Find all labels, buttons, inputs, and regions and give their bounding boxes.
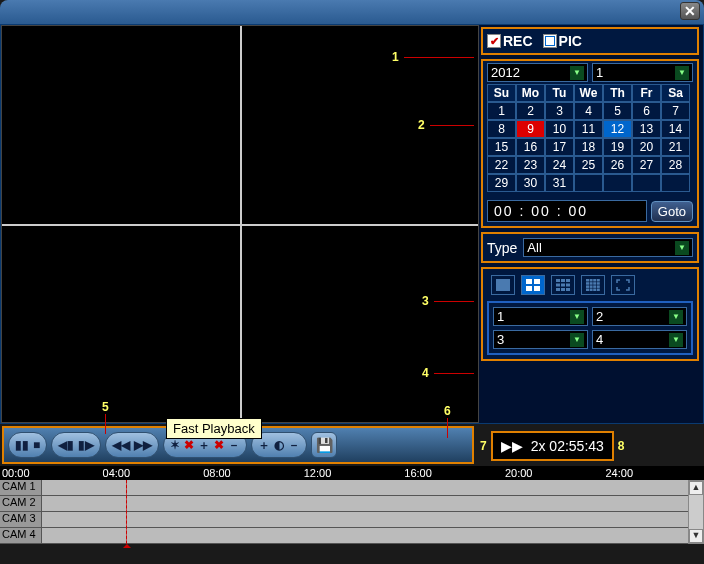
calendar-day[interactable]: 19 <box>603 138 632 156</box>
calendar-day[interactable]: 20 <box>632 138 661 156</box>
smart-cancel-button[interactable]: ✖ <box>184 438 194 452</box>
calendar-day[interactable]: 9 <box>516 120 545 138</box>
annotation-1: 1 <box>392 50 399 64</box>
channel-4-select[interactable]: 4▼ <box>592 330 687 349</box>
calendar-day[interactable]: 17 <box>545 138 574 156</box>
annotation-5: 5 <box>102 400 109 414</box>
svg-rect-4 <box>534 286 540 291</box>
timeline-scrollbar[interactable]: ▲ ▼ <box>688 480 704 544</box>
step-fwd-button[interactable]: ▮▶ <box>78 438 94 452</box>
time-tick: 24:00 <box>603 467 704 479</box>
cam-row[interactable]: CAM 4 <box>0 528 704 544</box>
mark-del-button[interactable]: ✖ <box>214 438 224 452</box>
pause-button[interactable]: ▮▮ <box>15 438 29 452</box>
type-label: Type <box>487 240 517 256</box>
channel-3-select[interactable]: 3▼ <box>493 330 588 349</box>
calendar-day[interactable]: 2 <box>516 102 545 120</box>
cam-row[interactable]: CAM 3 <box>0 512 704 528</box>
zoom-in-button[interactable]: ＋ <box>258 437 270 454</box>
cam-row[interactable]: CAM 1 <box>0 480 704 496</box>
calendar-day[interactable]: 29 <box>487 174 516 192</box>
mark-add-button[interactable]: ＋ <box>198 437 210 454</box>
fast-button[interactable]: ▶▶ <box>134 438 152 452</box>
annotation-8: 8 <box>618 439 625 453</box>
calendar-day[interactable]: 26 <box>603 156 632 174</box>
svg-rect-26 <box>586 289 589 292</box>
mark-remove-button[interactable]: － <box>228 437 240 454</box>
calendar-day[interactable]: 7 <box>661 102 690 120</box>
calendar-day[interactable]: 21 <box>661 138 690 156</box>
calendar-day[interactable]: 16 <box>516 138 545 156</box>
calendar-day[interactable]: 24 <box>545 156 574 174</box>
calendar-day[interactable]: 25 <box>574 156 603 174</box>
chevron-down-icon: ▼ <box>570 333 584 347</box>
channel-1-select[interactable]: 1▼ <box>493 307 588 326</box>
annotation-2: 2 <box>418 118 425 132</box>
rec-checkbox[interactable]: ✔ REC <box>487 33 533 49</box>
scroll-down-icon[interactable]: ▼ <box>689 529 703 543</box>
layout-4-icon[interactable] <box>521 275 545 295</box>
calendar-day[interactable]: 23 <box>516 156 545 174</box>
annotation-7: 7 <box>480 439 487 453</box>
chevron-down-icon: ▼ <box>669 333 683 347</box>
calendar-day[interactable]: 1 <box>487 102 516 120</box>
time-input[interactable]: 00 : 00 : 00 <box>487 200 647 222</box>
weekday-header: Sa <box>661 84 690 102</box>
cam-label: CAM 4 <box>0 528 42 543</box>
calendar-day[interactable]: 4 <box>574 102 603 120</box>
channel-2-select[interactable]: 2▼ <box>592 307 687 326</box>
type-select[interactable]: All▼ <box>523 238 693 257</box>
calendar-day[interactable]: 3 <box>545 102 574 120</box>
calendar-day[interactable]: 12 <box>603 120 632 138</box>
fast-forward-icon: ▶▶ <box>501 438 523 454</box>
video-grid[interactable]: 1 2 3 4 5 6 <box>1 25 479 423</box>
cam-track[interactable] <box>42 480 704 495</box>
pic-checkbox[interactable]: PIC <box>543 33 582 49</box>
weekday-header: Su <box>487 84 516 102</box>
calendar-day[interactable]: 10 <box>545 120 574 138</box>
calendar-day[interactable]: 28 <box>661 156 690 174</box>
checkbox-checked-icon: ✔ <box>487 34 501 48</box>
zoom-out-button[interactable]: － <box>288 437 300 454</box>
calendar-day[interactable]: 6 <box>632 102 661 120</box>
slow-button[interactable]: ◀◀ <box>112 438 130 452</box>
snapshot-button[interactable]: 💾 <box>311 432 337 458</box>
cam-row[interactable]: CAM 2 <box>0 496 704 512</box>
calendar-day <box>603 174 632 192</box>
calendar[interactable]: SuMoTuWeThFrSa 1234567891011121314151617… <box>483 84 697 196</box>
layout-1-icon[interactable] <box>491 275 515 295</box>
year-select[interactable]: 2012▼ <box>487 63 588 82</box>
step-back-button[interactable]: ◀▮ <box>58 438 74 452</box>
layout-16-icon[interactable] <box>581 275 605 295</box>
calendar-day[interactable]: 15 <box>487 138 516 156</box>
svg-rect-6 <box>561 279 565 282</box>
playhead[interactable] <box>126 480 127 544</box>
smart-search-button[interactable]: ✶ <box>170 438 180 452</box>
calendar-day[interactable]: 27 <box>632 156 661 174</box>
timeline[interactable]: 00:0004:0008:0012:0016:0020:0024:00 CAM … <box>0 466 704 544</box>
svg-rect-18 <box>586 282 589 285</box>
cam-track[interactable] <box>42 496 704 511</box>
calendar-day[interactable]: 14 <box>661 120 690 138</box>
stop-button[interactable]: ■ <box>33 438 40 452</box>
calendar-day[interactable]: 31 <box>545 174 574 192</box>
cam-label: CAM 1 <box>0 480 42 495</box>
color-button[interactable]: ◐ <box>274 438 284 452</box>
rec-label: REC <box>503 33 533 49</box>
calendar-day[interactable]: 11 <box>574 120 603 138</box>
scroll-up-icon[interactable]: ▲ <box>689 481 703 495</box>
play-pause-group: ▮▮ ■ <box>8 432 47 458</box>
cam-track[interactable] <box>42 512 704 527</box>
calendar-day[interactable]: 18 <box>574 138 603 156</box>
month-select[interactable]: 1▼ <box>592 63 693 82</box>
calendar-day[interactable]: 5 <box>603 102 632 120</box>
fullscreen-icon[interactable] <box>611 275 635 295</box>
close-button[interactable]: ✕ <box>680 2 700 20</box>
calendar-day[interactable]: 8 <box>487 120 516 138</box>
calendar-day[interactable]: 13 <box>632 120 661 138</box>
cam-track[interactable] <box>42 528 704 543</box>
goto-button[interactable]: Goto <box>651 201 693 222</box>
layout-9-icon[interactable] <box>551 275 575 295</box>
calendar-day[interactable]: 22 <box>487 156 516 174</box>
calendar-day[interactable]: 30 <box>516 174 545 192</box>
